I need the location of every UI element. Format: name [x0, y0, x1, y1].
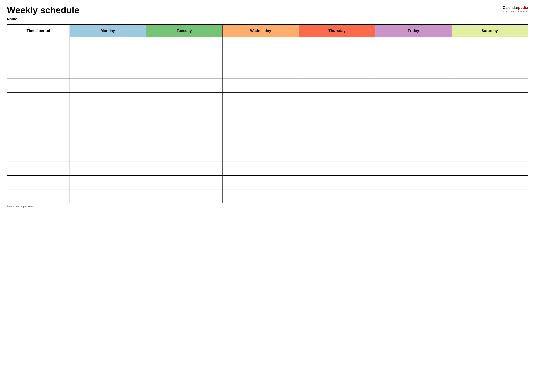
time-cell[interactable]: [7, 92, 70, 106]
schedule-cell[interactable]: [299, 134, 375, 148]
logo-tagline: Your source for calendars: [502, 10, 528, 13]
schedule-cell[interactable]: [375, 79, 452, 92]
schedule-cell[interactable]: [299, 120, 375, 134]
schedule-cell[interactable]: [375, 65, 452, 79]
schedule-cell[interactable]: [222, 148, 299, 162]
schedule-cell[interactable]: [70, 79, 146, 92]
schedule-cell[interactable]: [222, 37, 299, 51]
schedule-cell[interactable]: [146, 65, 222, 79]
schedule-cell[interactable]: [375, 134, 452, 148]
schedule-cell[interactable]: [299, 148, 375, 162]
schedule-cell[interactable]: [375, 37, 452, 51]
time-cell[interactable]: [7, 189, 70, 203]
schedule-cell[interactable]: [299, 65, 375, 79]
schedule-cell[interactable]: [299, 106, 375, 120]
schedule-cell[interactable]: [222, 106, 299, 120]
schedule-cell[interactable]: [452, 79, 528, 92]
schedule-cell[interactable]: [222, 65, 299, 79]
schedule-cell[interactable]: [146, 148, 222, 162]
schedule-cell[interactable]: [146, 120, 222, 134]
schedule-cell[interactable]: [299, 92, 375, 106]
schedule-cell[interactable]: [70, 51, 146, 65]
schedule-cell[interactable]: [452, 51, 528, 65]
schedule-cell[interactable]: [70, 189, 146, 203]
schedule-cell[interactable]: [70, 65, 146, 79]
schedule-cell[interactable]: [452, 134, 528, 148]
schedule-cell[interactable]: [222, 51, 299, 65]
schedule-cell[interactable]: [70, 162, 146, 175]
schedule-cell[interactable]: [222, 92, 299, 106]
name-section: Name:: [7, 17, 528, 21]
time-cell[interactable]: [7, 134, 70, 148]
table-row: [7, 106, 528, 120]
schedule-cell[interactable]: [222, 175, 299, 189]
schedule-cell[interactable]: [452, 162, 528, 175]
schedule-cell[interactable]: [70, 120, 146, 134]
schedule-cell[interactable]: [146, 134, 222, 148]
schedule-cell[interactable]: [299, 162, 375, 175]
schedule-cell[interactable]: [375, 120, 452, 134]
schedule-cell[interactable]: [375, 92, 452, 106]
time-cell[interactable]: [7, 162, 70, 175]
schedule-cell[interactable]: [146, 79, 222, 92]
schedule-cell[interactable]: [452, 92, 528, 106]
schedule-cell[interactable]: [299, 175, 375, 189]
schedule-cell[interactable]: [222, 189, 299, 203]
header-saturday: Saturday: [452, 25, 528, 37]
schedule-cell[interactable]: [70, 106, 146, 120]
time-cell[interactable]: [7, 37, 70, 51]
logo-pedia-text: pedia: [518, 5, 528, 10]
schedule-cell[interactable]: [146, 51, 222, 65]
schedule-cell[interactable]: [70, 148, 146, 162]
schedule-cell[interactable]: [222, 120, 299, 134]
schedule-cell[interactable]: [452, 189, 528, 203]
schedule-cell[interactable]: [146, 189, 222, 203]
schedule-cell[interactable]: [452, 175, 528, 189]
schedule-cell[interactable]: [299, 37, 375, 51]
table-row: [7, 51, 528, 65]
schedule-cell[interactable]: [70, 37, 146, 51]
schedule-cell[interactable]: [452, 65, 528, 79]
schedule-cell[interactable]: [452, 148, 528, 162]
schedule-cell[interactable]: [70, 92, 146, 106]
name-label: Name:: [7, 17, 19, 21]
schedule-cell[interactable]: [146, 92, 222, 106]
page-header: Weekly schedule Calendarpedia Your sourc…: [7, 5, 528, 15]
schedule-cell[interactable]: [146, 37, 222, 51]
time-cell[interactable]: [7, 65, 70, 79]
header-tuesday: Tuesday: [146, 25, 222, 37]
table-row: [7, 79, 528, 92]
schedule-cell[interactable]: [299, 51, 375, 65]
logo-section: Calendarpedia Your source for calendars: [502, 5, 528, 13]
schedule-table: Time / period Monday Tuesday Wednesday T…: [7, 24, 528, 203]
schedule-cell[interactable]: [299, 79, 375, 92]
time-cell[interactable]: [7, 175, 70, 189]
time-cell[interactable]: [7, 106, 70, 120]
schedule-cell[interactable]: [375, 175, 452, 189]
schedule-cell[interactable]: [375, 162, 452, 175]
time-cell[interactable]: [7, 148, 70, 162]
schedule-cell[interactable]: [146, 175, 222, 189]
schedule-cell[interactable]: [146, 162, 222, 175]
schedule-cell[interactable]: [375, 51, 452, 65]
time-cell[interactable]: [7, 79, 70, 92]
table-header-row: Time / period Monday Tuesday Wednesday T…: [7, 25, 528, 37]
schedule-cell[interactable]: [452, 120, 528, 134]
time-cell[interactable]: [7, 51, 70, 65]
time-cell[interactable]: [7, 120, 70, 134]
footer: © www.calendarpedia.com: [7, 205, 528, 208]
schedule-cell[interactable]: [222, 134, 299, 148]
table-row: [7, 65, 528, 79]
table-row: [7, 92, 528, 106]
schedule-cell[interactable]: [452, 37, 528, 51]
schedule-cell[interactable]: [375, 106, 452, 120]
schedule-cell[interactable]: [70, 134, 146, 148]
schedule-cell[interactable]: [375, 189, 452, 203]
schedule-cell[interactable]: [70, 175, 146, 189]
schedule-cell[interactable]: [146, 106, 222, 120]
schedule-cell[interactable]: [222, 79, 299, 92]
schedule-cell[interactable]: [299, 189, 375, 203]
schedule-cell[interactable]: [222, 162, 299, 175]
schedule-cell[interactable]: [375, 148, 452, 162]
schedule-cell[interactable]: [452, 106, 528, 120]
